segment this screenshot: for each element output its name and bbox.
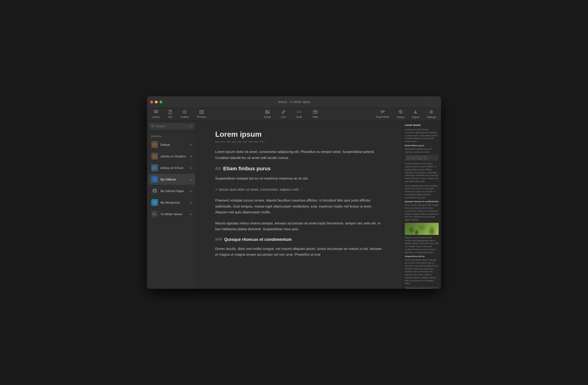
toolbar-code[interactable]: Code xyxy=(294,109,303,119)
search-icon xyxy=(151,124,154,128)
svg-rect-5 xyxy=(200,110,201,113)
sidebar-item-wordpress[interactable]: W My Wordpress ▶ xyxy=(148,197,195,208)
sidebar-item-dropbox-arrow: ▶ xyxy=(190,155,192,158)
link-icon xyxy=(281,110,285,115)
toolbar-table[interactable]: Table xyxy=(311,109,320,119)
preview-text-1: Lorem ipsum dolor sit amet, consectetur … xyxy=(405,128,439,143)
sidebar-item-icloud-arrow: ▶ xyxy=(190,167,192,169)
preview-h3: Quisque rhoncus et condimentum xyxy=(405,200,439,203)
preview-h2: Etiam finibus purus xyxy=(405,144,439,147)
window-title: default - Yu Writer alpha xyxy=(278,100,310,104)
sidebar-item-wordpress-arrow: ▶ xyxy=(190,201,192,204)
toolbar-outline-label: Outline xyxy=(181,115,189,118)
toolbar-preview-label: Preview xyxy=(197,115,206,118)
spinner-icon xyxy=(189,124,192,128)
app-window: default - Yu Writer alpha Library xyxy=(147,96,441,289)
sidebar-item-gitbook-icon xyxy=(151,176,158,183)
sidebar-item-icloud-icon xyxy=(151,164,158,171)
svg-point-8 xyxy=(266,111,267,112)
toolbar-outline[interactable]: Outline xyxy=(179,109,190,119)
maximize-button[interactable] xyxy=(160,101,162,103)
toolbar-left: Library File xyxy=(151,109,207,119)
preview-text-6: Aliquam in sem ut lacus cursus fringilla… xyxy=(405,236,439,254)
sidebar-item-icloud[interactable]: Library on iCloud ▶ xyxy=(148,162,195,173)
sidebar-item-dropbox-label: Library on Dropbox xyxy=(160,155,188,158)
content-area[interactable]: Lorem ipsum Lorem ipsum dolor sit amet, … xyxy=(197,121,402,289)
sidebar-item-yu-server[interactable]: Yu Writer Server ▶ xyxy=(148,208,195,220)
toolbar: Library File xyxy=(147,108,441,121)
document-title: Lorem ipsum xyxy=(215,130,384,138)
sidebar-item-gitbook-arrow: ▶ xyxy=(190,178,192,181)
toolbar-settings-label: Settings xyxy=(427,116,436,118)
document-h3: ### Quisque rhoncus et condimentum xyxy=(215,237,384,242)
table-icon xyxy=(313,110,317,115)
svg-rect-16 xyxy=(153,178,155,181)
main-area: Libraries Default ▶ Library on Dropbox xyxy=(147,121,441,289)
preview-image-content xyxy=(405,223,439,235)
sidebar-item-gitbook-label: My GitBook xyxy=(160,178,188,181)
image-icon xyxy=(265,110,270,115)
sidebar-item-dropbox-icon xyxy=(151,153,158,160)
document-blockquote: > "Ipsum quia dolor sit amet, consectetu… xyxy=(215,186,384,192)
toolbar-image[interactable]: Image xyxy=(263,109,273,119)
traffic-lights xyxy=(150,101,162,103)
toolbar-library-label: Library xyxy=(152,115,160,118)
document-divider xyxy=(215,141,266,142)
document-h3-prefix: ### xyxy=(215,237,222,242)
document-paragraph-5: Donec iaculis, diam sed mollis congue, e… xyxy=(215,246,384,257)
svg-rect-0 xyxy=(154,110,156,113)
preview-blockquote-2: "Neque porro quisquam est qui dolorem ip… xyxy=(405,286,439,289)
toolbar-file-label: File xyxy=(168,116,172,118)
sidebar-item-default-arrow: ▶ xyxy=(190,143,192,146)
svg-rect-1 xyxy=(156,110,158,113)
toolbar-link-label: Link xyxy=(281,115,286,118)
preview-h4: Suspendisse elit leo xyxy=(405,255,439,257)
preview-blockquote: "Ipsum quia dolor sit amet, consectetur,… xyxy=(405,155,439,161)
toolbar-settings[interactable]: Settings xyxy=(425,109,437,119)
toolbar-preview[interactable]: Preview xyxy=(195,109,207,119)
sidebar-item-yu-server-label: Yu Writer Server xyxy=(160,212,188,216)
toolbar-file[interactable]: File xyxy=(167,109,174,119)
sidebar-item-default-label: Default xyxy=(160,143,188,146)
code-icon xyxy=(297,110,301,115)
preview-title: Lorem ipsum xyxy=(405,124,439,126)
sidebar-item-gitbook[interactable]: My GitBook ▶ xyxy=(148,174,195,185)
sidebar-item-github-icon xyxy=(151,187,158,194)
minimize-button[interactable] xyxy=(155,101,158,103)
close-button[interactable] xyxy=(150,101,153,103)
sidebar-item-wordpress-icon: W xyxy=(151,199,158,206)
sidebar-item-dropbox[interactable]: Library on Dropbox ▶ xyxy=(148,151,195,162)
sidebar-item-github[interactable]: My GitHub Pages ▶ xyxy=(148,185,195,196)
toolbar-table-label: Table xyxy=(312,115,318,118)
svg-rect-6 xyxy=(202,110,203,113)
toolbar-export-label: Export xyxy=(412,116,419,118)
preview-text-2: Suspendisse volutpat dui eu mi maximus m… xyxy=(405,148,439,154)
preview-text-3: Praesent volutpat cursus ornare. Mauris … xyxy=(405,162,439,183)
toolbar-read-mode-label: Read Mode xyxy=(376,115,389,118)
document-h2-text: Etiam finibus purus xyxy=(223,166,271,171)
preview-text-7: Fusce quis pretium sapien. Sed quis puru… xyxy=(405,258,439,285)
document-paragraph-4: Mauris egestas metus viverra semper, Aen… xyxy=(215,220,384,232)
sidebar-item-default[interactable]: Default ▶ xyxy=(148,139,195,150)
toolbar-history[interactable]: History xyxy=(395,109,406,119)
sidebar-item-github-label: My GitHub Pages xyxy=(160,189,188,193)
preview-icon xyxy=(199,110,204,115)
sidebar-item-github-arrow: ▶ xyxy=(190,190,192,192)
export-icon xyxy=(414,110,418,115)
toolbar-library[interactable]: Library xyxy=(151,109,161,119)
toolbar-export[interactable]: Export xyxy=(411,109,421,119)
toolbar-read-mode[interactable]: Read Mode xyxy=(375,109,391,119)
svg-text:W: W xyxy=(154,201,156,204)
libraries-label: Libraries xyxy=(147,132,196,139)
sidebar-item-yu-server-icon xyxy=(151,210,158,218)
library-icon xyxy=(154,110,158,115)
document-h2-prefix: ## xyxy=(215,166,221,171)
sidebar-item-yu-server-arrow: ▶ xyxy=(190,213,192,215)
svg-point-15 xyxy=(190,125,192,127)
search-input[interactable] xyxy=(149,123,194,129)
toolbar-link[interactable]: Link xyxy=(280,109,287,119)
file-icon xyxy=(168,110,172,115)
document-h3-text: Quisque rhoncus et condimentum xyxy=(224,237,292,242)
document-paragraph-1: Lorem ipsum dolor sit amet, consectetur … xyxy=(215,149,384,160)
read-mode-icon xyxy=(381,110,385,115)
